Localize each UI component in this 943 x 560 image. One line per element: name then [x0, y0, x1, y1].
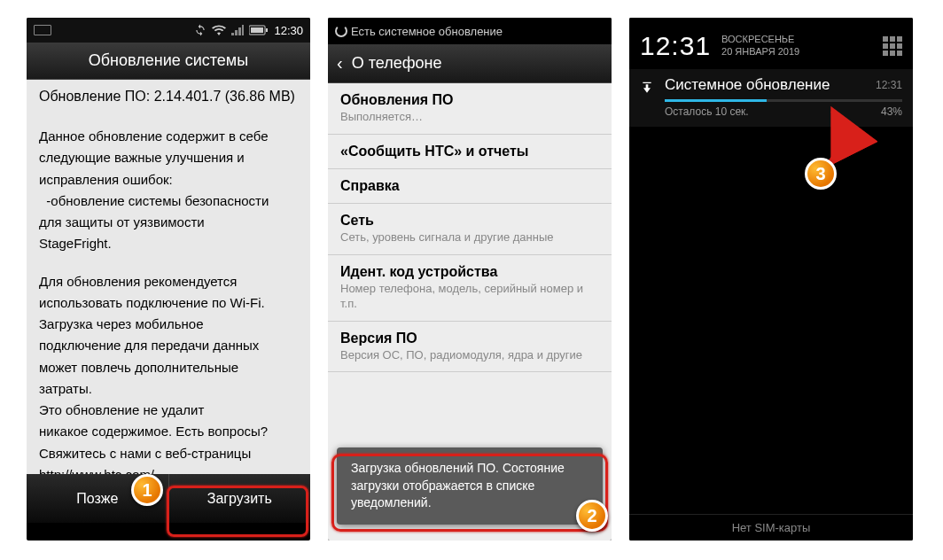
header-clock: 12:31: [640, 31, 711, 61]
item-title: Обновления ПО: [340, 92, 599, 108]
header-title: О телефоне: [352, 54, 442, 73]
wifi-icon: [212, 25, 226, 35]
download-icon: [640, 80, 654, 94]
quick-settings-icon[interactable]: [883, 36, 902, 56]
notification-icon: [34, 25, 51, 35]
header-date-line: 20 ЯНВАРЯ 2019: [721, 46, 799, 58]
download-button[interactable]: Загрузить: [169, 474, 311, 523]
advisory-text: Это обновление не удалит: [39, 401, 298, 419]
dialog-content: Обновление ПО: 2.14.401.7 (36.86 MB) Дан…: [27, 80, 310, 474]
statusbar-text: Есть системное обновление: [351, 25, 503, 38]
later-button-label: Позже: [76, 491, 118, 507]
header-day: ВОСКРЕСЕНЬЕ: [721, 34, 799, 46]
update-version-line: Обновление ПО: 2.14.401.7 (36.86 MB): [39, 89, 298, 105]
download-progress-bar: [665, 99, 902, 102]
status-time: 12:30: [274, 24, 303, 37]
notification-time: 12:31: [876, 79, 902, 91]
callout-badge-1: 1: [131, 474, 163, 506]
item-title: Справка: [340, 178, 599, 194]
item-sub: Сеть, уровень сигнала и другие данные: [340, 230, 599, 245]
advisory-text: может повлечь дополнительные: [39, 359, 298, 377]
phone-2-about-phone: Есть системное обновление ‹ О телефоне О…: [328, 18, 612, 541]
header-date: ВОСКРЕСЕНЬЕ 20 ЯНВАРЯ 2019: [721, 34, 799, 58]
status-bar: 12:30: [27, 18, 310, 43]
back-icon[interactable]: ‹: [337, 53, 343, 74]
advisory-text: http://www.htc.com/.: [39, 466, 298, 474]
notification-title: Системное обновление: [665, 76, 830, 94]
download-button-label: Загрузить: [207, 491, 272, 507]
settings-item-network[interactable]: Сеть Сеть, уровень сигнала и другие данн…: [328, 204, 612, 255]
item-sub: Выполняется…: [340, 110, 599, 125]
battery-icon: [249, 25, 269, 35]
changelog-text: -обновление системы безопасности: [39, 192, 298, 210]
settings-item-software-updates[interactable]: Обновления ПО Выполняется…: [328, 83, 612, 135]
svg-rect-2: [251, 27, 263, 33]
dialog-button-bar: Позже Загрузить: [27, 474, 310, 523]
item-title: Сеть: [340, 213, 599, 229]
system-update-notification[interactable]: Системное обновление 12:31 Осталось 10 с…: [629, 69, 913, 127]
settings-header[interactable]: ‹ О телефоне: [328, 44, 612, 83]
advisory-text: затраты.: [39, 380, 298, 398]
changelog-text: StageFright.: [39, 235, 298, 253]
changelog-text: следующие важные улучшения и: [39, 149, 298, 167]
advisory-text: использовать подключение по Wi-Fi.: [39, 294, 298, 312]
notification-shade-body[interactable]: [629, 127, 913, 514]
advisory-text: Загрузка через мобильное: [39, 315, 298, 333]
phone-3-notification-shade: 12:31 ВОСКРЕСЕНЬЕ 20 ЯНВАРЯ 2019 Системн…: [629, 18, 913, 541]
changelog-text: исправления ошибок:: [39, 171, 298, 189]
settings-item-device-id[interactable]: Идент. код устройства Номер телефона, мо…: [328, 255, 612, 322]
sync-icon: [194, 24, 207, 36]
status-bar: Есть системное обновление: [328, 18, 612, 44]
item-sub: Версия ОС, ПО, радиомодуля, ядра и други…: [340, 348, 599, 363]
item-title: Версия ПО: [340, 331, 599, 346]
signal-icon: [231, 25, 244, 35]
phone-1-system-update-dialog: 12:30 Обновление системы Обновление ПО: …: [27, 18, 310, 541]
settings-item-help[interactable]: Справка: [328, 169, 612, 204]
percent-complete: 43%: [881, 105, 902, 118]
settings-item-tell-htc[interactable]: «Сообщить HTC» и отчеты: [328, 135, 612, 169]
advisory-text: подключение для передачи данных: [39, 337, 298, 354]
advisory-text: никакое содержимое. Есть вопросы?: [39, 423, 298, 440]
svg-rect-1: [266, 28, 268, 32]
callout-badge-2: 2: [576, 500, 608, 532]
notification-header: 12:31 ВОСКРЕСЕНЬЕ 20 ЯНВАРЯ 2019: [629, 23, 913, 69]
advisory-text: Свяжитесь с нами с веб-страницы: [39, 445, 298, 463]
changelog-text: для защиты от уязвимости: [39, 214, 298, 231]
advisory-text: Для обновления рекомендуется: [39, 273, 298, 291]
download-toast: Загрузка обновлений ПО. Состояние загруз…: [337, 447, 603, 525]
item-title: Идент. код устройства: [340, 264, 599, 280]
callout-badge-3: 3: [805, 158, 837, 190]
no-sim-banner: Нет SIM-карты: [629, 514, 913, 541]
changelog-text: Данное обновление содержит в себе: [39, 128, 298, 145]
refresh-icon: [335, 25, 347, 37]
item-sub: Номер телефона, модель, серийный номер и…: [340, 282, 599, 312]
settings-item-software-version[interactable]: Версия ПО Версия ОС, ПО, радиомодуля, яд…: [328, 322, 612, 373]
dialog-title: Обновление системы: [27, 43, 310, 80]
time-remaining: Осталось 10 сек.: [665, 105, 749, 118]
settings-list[interactable]: Обновления ПО Выполняется… «Сообщить HTC…: [328, 83, 612, 541]
item-title: «Сообщить HTC» и отчеты: [340, 144, 599, 159]
